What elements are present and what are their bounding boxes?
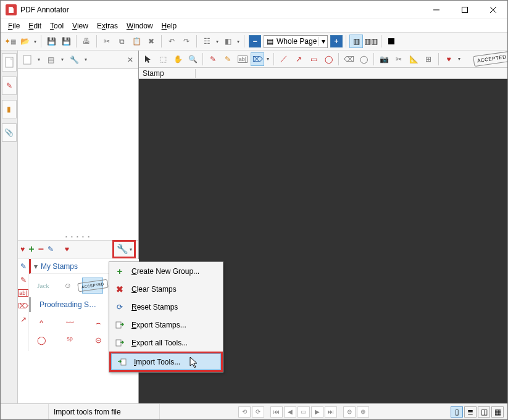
undo-button[interactable]: ↶	[165, 35, 178, 48]
redo-button[interactable]: ↷	[180, 35, 193, 48]
nav-prev[interactable]: ◀	[284, 406, 296, 418]
tool-stamp[interactable]: ⌦	[251, 52, 264, 66]
nav-page-no[interactable]: ▭	[298, 406, 310, 418]
tool-ruler[interactable]: 📐	[407, 52, 420, 66]
tool-pan[interactable]: ✋	[171, 52, 185, 66]
vtab-note[interactable]: ▮	[2, 100, 17, 118]
menu-file[interactable]: File	[4, 20, 23, 31]
panel-grip[interactable]: • • • • •	[18, 234, 138, 240]
sidebar-toggle-dropdown[interactable]: ▾	[236, 39, 241, 44]
fav-heart-icon[interactable]: ♥	[20, 245, 25, 253]
nav-first[interactable]: ⏮	[270, 406, 283, 418]
ctx-reset-stamps[interactable]: ⟳ Reset Stamps	[109, 298, 223, 316]
vtool-text[interactable]: ab|	[18, 289, 28, 297]
fav-heart2-icon[interactable]: ♥	[65, 245, 69, 253]
proof-delete[interactable]: 〰	[61, 318, 78, 328]
tool-favorite-dropdown[interactable]: ▾	[457, 56, 462, 62]
fullscreen-button[interactable]	[385, 35, 398, 48]
tool-arrow[interactable]: ↗	[292, 52, 306, 66]
nav-rotate-right[interactable]: ⟳	[252, 406, 264, 418]
save-as-button[interactable]: 💾	[59, 35, 73, 48]
maximize-button[interactable]	[451, 1, 479, 19]
side-new-page[interactable]	[20, 53, 34, 67]
proof-circle[interactable]: ◯	[33, 336, 50, 345]
vtab-page-thumb[interactable]	[2, 53, 17, 72]
vtab-attach[interactable]: 📎	[2, 123, 17, 142]
nav-back[interactable]: ⊖	[343, 406, 356, 418]
copy-button[interactable]: ⧉	[115, 35, 128, 48]
fav-remove-icon[interactable]: −	[38, 244, 43, 255]
menu-view[interactable]: View	[69, 20, 92, 31]
menu-tool[interactable]: Tool	[46, 20, 67, 31]
zoom-dropdown[interactable]: ▾	[319, 37, 327, 46]
view-single[interactable]: ▯	[451, 406, 463, 418]
side-wrench[interactable]: 🔧	[67, 53, 81, 67]
new-doc-button[interactable]: ✦▦	[3, 35, 17, 48]
tool-pointer[interactable]	[141, 52, 155, 66]
stamp-smiley[interactable]: ☺	[57, 278, 78, 294]
ctx-import-tools[interactable]: Import Tools...	[111, 353, 221, 370]
nav-next[interactable]: ▶	[311, 406, 323, 418]
menu-extras[interactable]: Extras	[93, 20, 122, 31]
ctx-create-group[interactable]: + Create New Group...	[109, 262, 223, 280]
cut-button[interactable]: ✂	[100, 35, 114, 48]
menu-edit[interactable]: Edit	[25, 20, 45, 31]
tool-eraser[interactable]: ⌫	[342, 52, 356, 66]
nav-forward[interactable]: ⊕	[357, 406, 369, 418]
two-page-button[interactable]: ▥▥	[364, 35, 378, 48]
nav-rotate-left[interactable]: ⟲	[238, 406, 251, 418]
fav-add-icon[interactable]: +	[28, 244, 34, 255]
tool-textbox[interactable]: ab|	[236, 52, 249, 66]
tool-rect[interactable]: ▭	[307, 52, 320, 66]
vtab-pen[interactable]: ✎	[2, 76, 17, 95]
print-button[interactable]: 🖶	[80, 35, 93, 48]
nav-last[interactable]: ⏭	[325, 406, 337, 418]
zoom-in-button[interactable]: +	[330, 35, 343, 47]
side-book[interactable]: ▤	[44, 53, 57, 67]
stamp-accepted[interactable]: ACCEPTED	[82, 278, 103, 294]
favorites-wrench-button[interactable]: 🔧 ▾	[114, 242, 134, 257]
zoom-out-button[interactable]: −	[249, 35, 261, 47]
vtool-pen[interactable]: ✎	[20, 276, 27, 284]
close-button[interactable]	[479, 1, 507, 19]
side-panel-close[interactable]: ✕	[125, 54, 136, 65]
proof-stet[interactable]: ⊝	[90, 336, 107, 345]
tool-measure[interactable]: ◯	[357, 52, 370, 66]
ctx-export-stamps[interactable]: Export Stamps...	[109, 316, 223, 334]
delete-button[interactable]: ✖	[144, 35, 158, 48]
menu-help[interactable]: Help	[158, 20, 181, 31]
tool-highlighter[interactable]: ✎	[221, 52, 235, 66]
tool-favorite[interactable]: ♥	[442, 52, 456, 66]
ctx-export-all-tools[interactable]: Export all Tools...	[109, 334, 223, 352]
menu-window[interactable]: Window	[123, 20, 157, 31]
tool-find[interactable]: 🔍	[186, 52, 199, 66]
view-continuous[interactable]: ≣	[464, 406, 477, 418]
fav-edit-icon[interactable]: ✎	[48, 245, 54, 253]
sidebar-toggle-button[interactable]: ◧	[221, 35, 235, 48]
view-two[interactable]: ◫	[478, 406, 490, 418]
single-page-button[interactable]: ▥	[349, 35, 363, 48]
paste-button[interactable]: 📋	[130, 35, 143, 48]
view-two-cont[interactable]: ▦	[491, 406, 504, 418]
tool-line[interactable]: ／	[277, 52, 291, 66]
tool-pen[interactable]: ✎	[206, 52, 220, 66]
vtool-stamp[interactable]: ⌦	[18, 302, 28, 310]
tool-crop[interactable]: ✂	[392, 52, 406, 66]
vtool-arrow[interactable]: ↗	[20, 315, 27, 324]
proof-transpose[interactable]: ⌢	[90, 318, 107, 328]
minimize-button[interactable]	[422, 1, 451, 19]
proof-caret[interactable]: ^	[33, 318, 50, 328]
tool-stamp-dropdown[interactable]: ▾	[265, 56, 270, 62]
tool-ellipse[interactable]: ◯	[322, 52, 335, 66]
open-button[interactable]: 📂	[18, 35, 31, 48]
tool-lasso[interactable]: ⬚	[156, 52, 170, 66]
tool-camera[interactable]: 📷	[377, 52, 391, 66]
save-button[interactable]: 💾	[44, 35, 58, 48]
ctx-clear-stamps[interactable]: ✖ Clear Stamps	[109, 280, 223, 298]
tool-grid[interactable]: ⊞	[422, 52, 435, 66]
proof-sp[interactable]: sp	[61, 336, 78, 345]
vtool-highlight[interactable]: ✎	[20, 262, 27, 271]
columns-dropdown[interactable]: ▾	[215, 39, 220, 44]
stamp-signature[interactable]: Jack	[33, 278, 54, 294]
columns-button[interactable]: ☷	[200, 35, 214, 48]
